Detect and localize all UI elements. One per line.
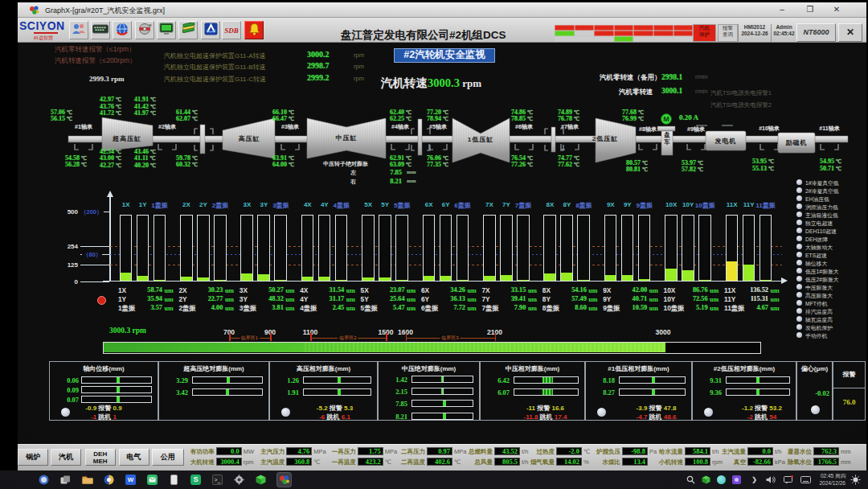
close-button[interactable]: ✕ — [828, 5, 845, 15]
taskbar-app-folder-icon[interactable] — [80, 473, 94, 487]
chart-bar-label-1X: 1X — [122, 201, 130, 208]
tray-teal-circle-icon[interactable] — [714, 473, 728, 487]
bearing-7-bottom-temp-2: 77.62 ℃ — [558, 162, 579, 169]
telemetry-unit-二再温度: ℃ — [454, 458, 461, 466]
telemetry-label-炉膛负压: 炉膛负压 — [596, 448, 620, 456]
chart-bar-7盖振 — [517, 215, 530, 282]
chart-value-7X: 33.15 — [493, 286, 526, 294]
nav-button-2[interactable]: 汽机 — [51, 449, 81, 466]
minimize-button[interactable]: – — [773, 5, 791, 15]
tray-chevron-icon[interactable]: ❯ — [747, 473, 761, 487]
toolbar-button-globe[interactable] — [113, 21, 132, 39]
alarm-query-button[interactable]: 报警查询 — [718, 24, 738, 42]
telemetry-unit-过热度: ℃ — [583, 448, 590, 455]
panel-3-value-2: 1.91 — [280, 388, 299, 397]
panel-3: 高压相对膨胀(mm)1.261.91-5.2 报警 5.3-6 跳机 6.1 — [269, 361, 378, 421]
chart-bar-11Y — [743, 215, 755, 282]
panel-4-value-3: 7.85 — [388, 400, 407, 408]
panel-5-bar-2 — [514, 388, 579, 396]
tray-purple-icon[interactable] — [730, 473, 743, 487]
toolbar-close-button[interactable]: ✕ — [838, 23, 862, 42]
taskbar-app-settings-icon[interactable] — [232, 473, 246, 487]
toolbar-button-drum[interactable] — [135, 21, 154, 39]
chart-value-label-3Y: 3Y — [240, 295, 248, 303]
toolbar-button-keyboard[interactable] — [91, 21, 110, 39]
nav-button-3[interactable]: DEHMEH — [85, 449, 117, 466]
chart-value-10X: 86.76 — [676, 286, 708, 294]
panel-8: 偏心(μm)-0.02 — [796, 361, 833, 421]
chart-value-label-6Y: 6Y — [421, 295, 429, 303]
chart-bar-fill-4盖振 — [336, 280, 347, 281]
tray-speaker-icon[interactable] — [764, 473, 777, 487]
taskbar-app-wps-icon[interactable]: W — [124, 473, 137, 487]
chart-value-label-11Y: 11Y — [724, 295, 735, 303]
taskbar-app-3dbox-icon[interactable] — [254, 473, 268, 487]
taskbar-clock[interactable]: 02:45 周四 2024/12/26 — [819, 472, 845, 487]
nav-button-5[interactable]: 公用 — [152, 449, 184, 466]
nav-button-4[interactable]: 电气 — [119, 449, 149, 466]
main-speed-unit: rpm — [460, 77, 481, 89]
maximize-button[interactable]: ❒ — [801, 5, 819, 15]
chart-bar-label-5Y: 5Y — [381, 201, 389, 208]
nt6000-button[interactable]: NT6000 — [796, 23, 836, 42]
panel-1-bar-1 — [81, 376, 152, 384]
chart-value-label-10Y: 10Y — [664, 295, 676, 303]
nav-button-1[interactable]: 锅炉 — [18, 449, 48, 466]
legend-item-9: 大轴振动大 — [805, 244, 833, 252]
chart-y-axis — [109, 196, 111, 281]
taskbar-taskview-icon[interactable] — [59, 473, 72, 487]
toolbar-button-users[interactable] — [69, 21, 88, 39]
chart-value-3盖振: 3.81 — [252, 304, 284, 311]
toolbar-button-appa[interactable] — [201, 21, 220, 39]
tray-search-icon[interactable] — [684, 473, 698, 487]
toolbar-button-books[interactable] — [178, 21, 198, 39]
zero-speed-backup-value: 2998.1 — [661, 73, 682, 81]
toolbar-button-alarm-bell[interactable] — [244, 21, 264, 39]
status-bar: 锅炉汽机DEHMEH电气公用有功功率0.0MW大机转速3000.4rpm主汽压力… — [18, 444, 866, 471]
legend-dot-6 — [796, 220, 802, 225]
taskbar-app-browser-icon[interactable] — [102, 473, 116, 487]
toolbar-button-sdb[interactable]: SDB — [222, 21, 241, 39]
chart-value-label-8X: 8X — [542, 286, 551, 294]
taskbar-start-icon[interactable] — [37, 473, 51, 487]
ip-exp-label-2: 右 — [350, 178, 356, 186]
telemetry-value-大机转速: 3000.4 — [216, 458, 242, 466]
taskbar-app-s-icon[interactable]: S — [189, 473, 203, 487]
hmi-canvas: 汽机零转速报警（≤1rpm）汽机转速报警（≤200rpm）2999.3 rpm汽… — [18, 43, 866, 444]
rpm-zone-label-3: 临界区3 — [440, 335, 460, 342]
tray-keyboard-icon[interactable] — [799, 473, 813, 487]
legend-dot-3 — [796, 195, 802, 201]
panel-1-bar-2 — [81, 386, 152, 393]
alarm-grid-cell-r2c6 — [653, 31, 674, 36]
panel-6-value-2: 8.27 — [596, 388, 615, 397]
tray-green-box-icon[interactable] — [699, 473, 713, 487]
telemetry-unit-小机转速: rpm — [712, 458, 723, 466]
chart-bar-5Y — [379, 215, 391, 282]
panel-9: 报警76.0 — [833, 361, 866, 421]
tray-brightness-icon[interactable] — [849, 473, 862, 487]
taskbar-app-mail-icon[interactable] — [145, 473, 159, 487]
telemetry-label-小机转速: 小机转速 — [659, 458, 683, 466]
alarm-grid-cell-r2c1 — [555, 31, 575, 36]
alarm-grid-cell-r2c5 — [633, 31, 653, 36]
taskbar-app-graphx-icon[interactable] — [277, 473, 291, 487]
taskbar-app-terminal-icon[interactable]: >_ — [211, 473, 224, 487]
chart-value-unit-8X: um — [588, 287, 597, 294]
chart-bar-fill-3Y — [258, 274, 269, 281]
telemetry-unit-凝器水位: mm — [841, 448, 851, 455]
toolbar-button-monitor[interactable] — [157, 21, 176, 39]
chart-value-5Y: 25.64 — [373, 295, 405, 302]
turbine-protection-button[interactable]: 汽机保护 — [693, 24, 716, 42]
taskbar-app-phone-icon[interactable] — [167, 473, 181, 487]
bearing-label-4: #4轴承 — [391, 123, 409, 131]
panel-bar-marker — [652, 377, 655, 383]
tray-message-icon[interactable] — [781, 473, 795, 487]
chart-bar-label-6Y: 6Y — [442, 201, 450, 208]
telemetry-label-有功功率: 有功功率 — [190, 448, 215, 456]
window-titlebar: GraphX-[gra/#20T_汽机安全监视.grx] – ❒ ✕ — [18, 2, 866, 18]
chart-bar-fill-5Y — [379, 277, 391, 281]
zero-speed-alarm-1: 汽机零转速报警（≤1rpm） — [55, 45, 136, 55]
station-datetime-cell: HMI20122024-12-26 — [738, 24, 771, 42]
bearing-label-5: #5轴承 — [429, 123, 447, 131]
telemetry-label-二再温度: 二再温度 — [401, 458, 425, 466]
